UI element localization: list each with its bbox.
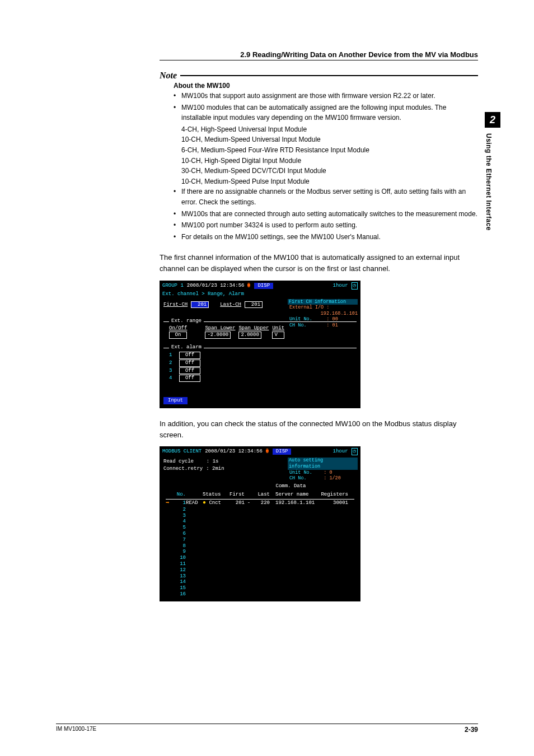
col-last: Last — [253, 492, 270, 498]
disp-button[interactable]: DISP — [273, 449, 292, 455]
span-upper-label: Span Upper — [238, 325, 269, 332]
col-server: Server name — [270, 492, 320, 498]
chapter-number: 2 — [485, 112, 500, 128]
alarm-rows: 1Off 2Off 3Off 4Off — [169, 352, 357, 382]
table-row[interactable]: 6 — [163, 531, 357, 537]
ext-alarm-legend: Ext. alarm — [169, 344, 204, 351]
alarm-icon: ⧯ — [266, 448, 269, 455]
col-status: Status — [203, 492, 225, 498]
doc-id: IM MV1000-17E — [56, 726, 96, 734]
table-row[interactable]: 5 — [163, 525, 357, 531]
table-row[interactable]: 11 — [163, 561, 357, 567]
note-bullet: MW100s that support auto assignment are … — [174, 91, 478, 101]
status-dot-icon: ● — [203, 500, 206, 506]
note-bullet: If there are no assignable channels or t… — [174, 186, 478, 207]
chapter-tab: 2 Using the Ethernet Interface — [485, 112, 500, 231]
table-row[interactable]: 14 — [163, 579, 357, 585]
last-ch-value[interactable]: 201 — [245, 301, 263, 309]
duration-label: 1hour — [333, 283, 348, 289]
note-bullet: MW100 port number 34324 is used to perfo… — [174, 220, 478, 231]
alarm-value[interactable]: Off — [179, 360, 200, 367]
arrow-icon: ➡ — [166, 500, 174, 507]
table-row[interactable]: 7 — [163, 537, 357, 543]
read-cycle-value: : 1s — [207, 459, 219, 465]
last-ch-label: Last-CH — [220, 302, 241, 308]
datetime: 2008/01/23 12:34:56 — [187, 283, 245, 289]
retry-value: : 2min — [206, 466, 224, 472]
body-paragraph: In addition, you can check the status of… — [160, 418, 478, 441]
note-bullet: For details on the MW100 settings, see t… — [174, 232, 478, 242]
col-no: No. — [174, 492, 186, 498]
span-upper-value[interactable]: 2.0000 — [238, 332, 261, 339]
table-row[interactable]: 9 — [163, 549, 357, 555]
note-bullet: MW100s that are connected through auto s… — [174, 209, 478, 220]
table-row[interactable]: 8 — [163, 543, 357, 549]
table-row[interactable]: 4 — [163, 519, 357, 525]
breadcrumb: Ext. channel > Range, Alarm — [160, 291, 360, 298]
retry-label: Connect.retry — [163, 466, 203, 472]
span-lower-value[interactable]: -2.0000 — [205, 332, 231, 339]
unit-label: Unit — [272, 325, 284, 332]
screen-title: MODBUS CLIENT — [162, 449, 202, 455]
first-ch-label: First-CH — [163, 302, 188, 308]
note-subtitle: About the MW100 — [174, 82, 478, 90]
table-row[interactable]: 15 — [163, 585, 357, 591]
body-paragraph: The first channel information of the MW1… — [160, 252, 478, 274]
note-list: MW100s that support auto assignment are … — [174, 91, 478, 123]
col-registers: Registers — [320, 492, 348, 498]
duration-label: 1hour — [333, 449, 348, 455]
alarm-value[interactable]: Off — [179, 367, 200, 375]
table-row[interactable]: 10 — [163, 555, 357, 561]
table-row[interactable]: 13 — [163, 573, 357, 580]
onoff-label: On/Off — [169, 325, 187, 332]
first-ch-value[interactable]: 201 — [191, 301, 209, 309]
table-row[interactable]: 16 — [163, 591, 357, 598]
onoff-value[interactable]: On — [169, 332, 187, 339]
note-heading: Note — [160, 71, 478, 81]
group-label: GROUP 1 — [162, 283, 184, 289]
datetime: 2008/01/23 12:34:56 — [205, 449, 263, 455]
clock-icon[interactable]: ◷ — [352, 282, 358, 290]
alarm-icon: ⧯ — [247, 282, 251, 290]
screenshot-ext-channel: GROUP 1 2008/01/23 12:34:56 ⧯ DISP 1hour… — [160, 281, 360, 408]
span-lower-label: Span Lower — [205, 325, 235, 332]
table-row[interactable]: 2 — [163, 507, 357, 513]
module-list: 4-CH, High-Speed Universal Input Module … — [181, 124, 478, 187]
alarm-value[interactable]: Off — [179, 375, 200, 382]
input-button[interactable]: Input — [163, 397, 188, 404]
col-comm: Comm. Data — [275, 483, 306, 489]
table-row[interactable]: 12 — [163, 567, 357, 573]
clock-icon[interactable]: ◷ — [352, 448, 358, 455]
screenshot-modbus-status: MODBUS CLIENT 2008/01/23 12:34:56 ⧯ DISP… — [160, 446, 360, 601]
unit-value[interactable]: V — [272, 332, 284, 339]
page-footer: IM MV1000-17E 2-39 — [56, 724, 478, 734]
auto-setting-info-panel: Auto setting information Unit No. : 0 CH… — [288, 458, 358, 482]
table-row[interactable]: 3 — [163, 513, 357, 519]
ext-range-legend: Ext. range — [169, 318, 204, 324]
read-cycle-label: Read cycle — [163, 459, 194, 465]
table-row[interactable]: ➡ 1 READ ● Cnct 201 - 220 192.168.1.101 … — [163, 500, 357, 507]
chapter-title: Using the Ethernet Interface — [485, 133, 493, 231]
note-list: If there are no assignable channels or t… — [174, 186, 478, 242]
disp-button[interactable]: DISP — [254, 283, 273, 289]
note-bullet: MW100 modules that can be automatically … — [174, 102, 478, 123]
page-number: 2-39 — [465, 726, 478, 734]
col-first: First — [225, 492, 245, 498]
running-header: 2.9 Reading/Writing Data on Another Devi… — [160, 50, 478, 60]
first-ch-info-panel: First CH information External I/O : 192.… — [288, 299, 358, 329]
alarm-value[interactable]: Off — [179, 352, 200, 359]
